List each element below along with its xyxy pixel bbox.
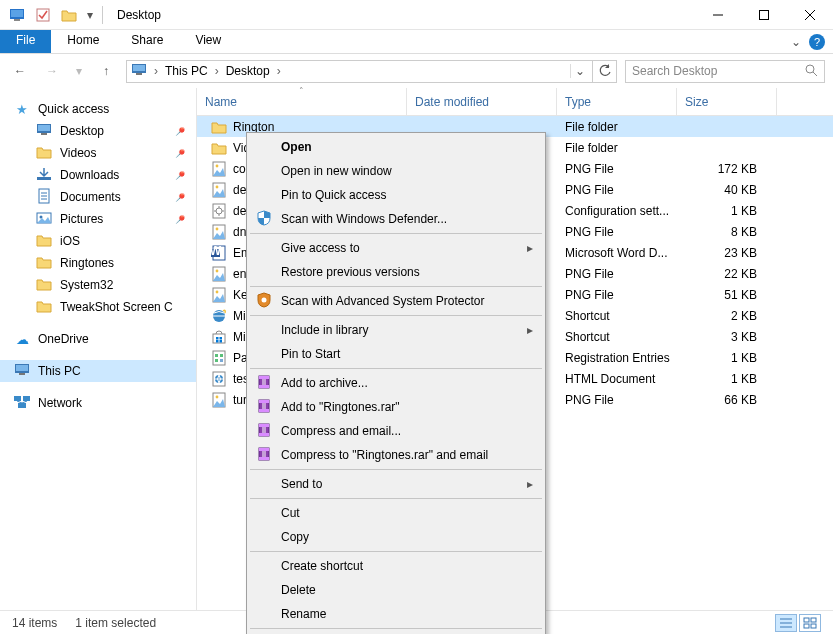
svg-rect-2: [14, 19, 20, 21]
context-menu-item[interactable]: Open: [249, 135, 543, 159]
context-menu-item[interactable]: Pin to Start: [249, 342, 543, 366]
sidebar-item-downloads[interactable]: Downloads📍: [0, 164, 196, 186]
title-bar: ▾ Desktop: [0, 0, 833, 30]
context-menu-item[interactable]: Scan with Windows Defender...: [249, 207, 543, 231]
svg-point-32: [216, 164, 219, 167]
context-menu-item[interactable]: Include in library▸: [249, 318, 543, 342]
context-menu-item[interactable]: Delete: [249, 578, 543, 602]
recent-locations-button[interactable]: ▾: [72, 59, 86, 83]
context-menu-item[interactable]: Rename: [249, 602, 543, 626]
minimize-button[interactable]: [695, 0, 741, 30]
context-menu: OpenOpen in new windowPin to Quick acces…: [246, 132, 546, 634]
svg-point-68: [262, 297, 267, 302]
svg-rect-16: [37, 177, 51, 180]
file-type: Microsoft Word D...: [557, 246, 677, 260]
file-size: 3 KB: [677, 330, 777, 344]
close-button[interactable]: [787, 0, 833, 30]
sidebar-item-ios[interactable]: iOS: [0, 230, 196, 252]
sidebar-item-ringtones[interactable]: Ringtones: [0, 252, 196, 274]
chevron-right-icon: ▸: [527, 323, 533, 337]
svg-rect-56: [220, 359, 223, 362]
forward-button[interactable]: →: [40, 59, 64, 83]
nav-this-pc[interactable]: This PC: [0, 360, 196, 382]
column-date[interactable]: Date modified: [407, 88, 557, 115]
svg-rect-71: [259, 385, 269, 388]
context-menu-item[interactable]: Pin to Quick access: [249, 183, 543, 207]
pin-icon: 📍: [172, 189, 188, 205]
svg-rect-3: [37, 9, 49, 21]
maximize-button[interactable]: [741, 0, 787, 30]
sidebar-item-documents[interactable]: Documents📍: [0, 186, 196, 208]
column-name[interactable]: ˄ Name: [197, 88, 407, 115]
context-menu-label: Create shortcut: [281, 559, 363, 573]
ribbon-tab-home[interactable]: Home: [51, 30, 115, 53]
chevron-right-icon[interactable]: ›: [274, 64, 284, 78]
properties-quick-icon[interactable]: [32, 4, 54, 26]
file-size: 2 KB: [677, 309, 777, 323]
pin-icon: 📍: [172, 167, 188, 183]
file-type: Configuration sett...: [557, 204, 677, 218]
details-view-button[interactable]: [775, 614, 797, 632]
context-menu-label: Delete: [281, 583, 316, 597]
breadcrumb-desktop[interactable]: Desktop: [226, 64, 270, 78]
thumbnails-view-button[interactable]: [799, 614, 821, 632]
new-folder-quick-icon[interactable]: [58, 4, 80, 26]
chevron-right-icon: ▸: [527, 241, 533, 255]
context-menu-separator: [250, 469, 542, 470]
context-menu-item[interactable]: Open in new window: [249, 159, 543, 183]
nav-quick-access[interactable]: ★ Quick access: [0, 98, 196, 120]
chevron-right-icon[interactable]: ›: [212, 64, 222, 78]
folder-icon: [36, 144, 52, 163]
svg-rect-81: [259, 433, 269, 436]
sidebar-item-system32[interactable]: System32: [0, 274, 196, 296]
svg-point-38: [216, 227, 219, 230]
context-menu-item[interactable]: Cut: [249, 501, 543, 525]
context-menu-item[interactable]: Give access to▸: [249, 236, 543, 260]
up-button[interactable]: ↑: [94, 59, 118, 83]
breadcrumb[interactable]: › This PC › Desktop › ⌄: [126, 60, 593, 83]
context-menu-item[interactable]: Copy: [249, 525, 543, 549]
address-dropdown-icon[interactable]: ⌄: [570, 64, 588, 78]
search-icon[interactable]: [804, 63, 818, 80]
ribbon-tabs: File Home Share View ⌄ ?: [0, 30, 833, 54]
ribbon-tab-file[interactable]: File: [0, 30, 51, 53]
column-size[interactable]: Size: [677, 88, 777, 115]
svg-rect-80: [259, 424, 269, 427]
address-bar: ← → ▾ ↑ › This PC › Desktop › ⌄ Search D…: [0, 54, 833, 88]
context-menu-label: Scan with Windows Defender...: [281, 212, 447, 226]
context-menu-item[interactable]: Add to "Ringtones.rar": [249, 395, 543, 419]
ribbon-tab-view[interactable]: View: [179, 30, 237, 53]
svg-rect-49: [220, 337, 223, 340]
pc-icon: [131, 62, 147, 81]
search-input[interactable]: Search Desktop: [625, 60, 825, 83]
nav-network[interactable]: Network: [0, 392, 196, 414]
ribbon-tab-share[interactable]: Share: [115, 30, 179, 53]
sidebar-item-tweakshot-screen-c[interactable]: TweakShot Screen C: [0, 296, 196, 318]
back-button[interactable]: ←: [8, 59, 32, 83]
folder-icon: [211, 140, 227, 156]
column-type[interactable]: Type: [557, 88, 677, 115]
chevron-right-icon[interactable]: ›: [151, 64, 161, 78]
svg-rect-67: [811, 624, 816, 628]
sidebar-item-pictures[interactable]: Pictures📍: [0, 208, 196, 230]
context-menu-separator: [250, 368, 542, 369]
context-menu-item[interactable]: Scan with Advanced System Protector: [249, 289, 543, 313]
context-menu-item[interactable]: Create shortcut: [249, 554, 543, 578]
qat-dropdown-icon[interactable]: ▾: [84, 4, 96, 26]
context-menu-item[interactable]: Restore previous versions: [249, 260, 543, 284]
context-menu-item[interactable]: Add to archive...: [249, 371, 543, 395]
sidebar-item-videos[interactable]: Videos📍: [0, 142, 196, 164]
breadcrumb-this-pc[interactable]: This PC: [165, 64, 208, 78]
sidebar-item-desktop[interactable]: Desktop📍: [0, 120, 196, 142]
help-icon[interactable]: ?: [809, 34, 825, 50]
context-menu-item[interactable]: Compress to "Ringtones.rar" and email: [249, 443, 543, 467]
ribbon-expand-icon[interactable]: ⌄: [791, 35, 801, 49]
context-menu-item[interactable]: Compress and email...: [249, 419, 543, 443]
nav-onedrive[interactable]: ☁ OneDrive: [0, 328, 196, 350]
svg-point-43: [216, 269, 219, 272]
context-menu-item[interactable]: Send to▸: [249, 472, 543, 496]
svg-rect-24: [16, 365, 28, 371]
search-placeholder: Search Desktop: [632, 64, 717, 78]
refresh-button[interactable]: [593, 60, 617, 83]
pin-icon: 📍: [172, 211, 188, 227]
